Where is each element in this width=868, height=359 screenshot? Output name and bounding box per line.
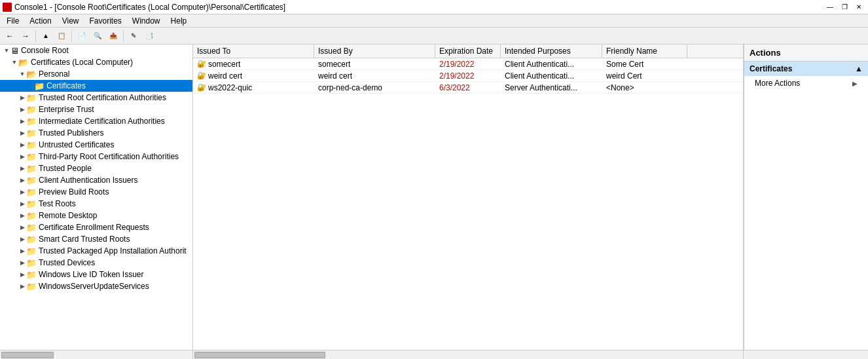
menu-file[interactable]: File (1, 15, 24, 27)
wsus-icon: 📁 (26, 282, 37, 292)
tree-label-trusted-publishers: Trusted Publishers (39, 128, 104, 138)
client-auth-icon: 📁 (26, 176, 37, 185)
scroll-middle[interactable] (193, 350, 744, 359)
tree-label-test-roots: Test Roots (39, 199, 76, 208)
tree-label-enterprise-trust: Enterprise Trust (39, 105, 94, 114)
scroll-thumb-middle[interactable] (194, 352, 325, 358)
tree-item-client-auth[interactable]: ▶ 📁 Client Authentication Issuers (0, 174, 192, 186)
restore-button[interactable]: ❐ (838, 2, 851, 12)
tree-label-trusted-root: Trusted Root Certification Authorities (39, 93, 166, 102)
cert-enrollment-icon: 📁 (26, 223, 37, 233)
menu-help[interactable]: Help (166, 15, 192, 27)
tree-label-console-root: Console Root (21, 46, 69, 55)
tree-label-third-party: Third-Party Root Certification Authoriti… (39, 152, 179, 161)
scroll-thumb-left[interactable] (1, 352, 54, 358)
trusted-packaged-icon: 📁 (26, 246, 37, 256)
menu-view[interactable]: View (57, 15, 84, 27)
toolbar-copy[interactable]: 📑 (142, 29, 156, 43)
scroll-left[interactable] (0, 350, 193, 359)
toolbar-show-hide[interactable]: 📋 (54, 29, 69, 43)
expand-cert-enrollment: ▶ (18, 224, 26, 231)
cert-icon-1: 🔐 (197, 71, 206, 80)
toolbar: ← → ▲ 📋 📄 🔍 📤 ✎ 📑 (0, 28, 868, 45)
toolbar-new[interactable]: 📄 (75, 29, 89, 43)
tree-item-console-root[interactable]: ▼ 🖥 Console Root (0, 45, 192, 56)
tree-label-local-computer: Certificates (Local Computer) (31, 58, 133, 67)
tree-item-windows-live[interactable]: ▶ 📁 Windows Live ID Token Issuer (0, 269, 192, 280)
toolbar-edit[interactable]: ✎ (126, 29, 141, 43)
tree-label-smart-card: Smart Card Trusted Roots (39, 235, 130, 244)
tree-label-preview-build: Preview Build Roots (39, 187, 109, 197)
local-computer-folder-icon: 📂 (18, 58, 29, 67)
tree-label-trusted-people: Trusted People (39, 164, 92, 173)
actions-section-label: Certificates (750, 64, 792, 73)
tree-label-wsus: WindowsServerUpdateServices (39, 282, 149, 291)
col-header-expiration[interactable]: Expiration Date (435, 45, 501, 58)
tree-item-remote-desktop[interactable]: ▶ 📁 Remote Desktop (0, 210, 192, 221)
trusted-people-icon: 📁 (26, 164, 37, 174)
list-row[interactable]: 🔐 somecert somecert 2/19/2022 Client Aut… (193, 58, 743, 70)
windows-live-icon: 📁 (26, 270, 37, 280)
col-header-issued-to[interactable]: Issued To (193, 45, 314, 58)
menu-favorites[interactable]: Favorites (84, 15, 127, 27)
tree-pane[interactable]: ▼ 🖥 Console Root ▼ 📂 Certificates (Local… (0, 45, 193, 350)
tree-item-smart-card[interactable]: ▶ 📁 Smart Card Trusted Roots (0, 233, 192, 245)
scroll-area (0, 350, 868, 359)
toolbar-forward[interactable]: → (18, 29, 33, 43)
tree-item-local-computer[interactable]: ▼ 📂 Certificates (Local Computer) (0, 56, 192, 68)
tree-item-trusted-packaged[interactable]: ▶ 📁 Trusted Packaged App Installation Au… (0, 245, 192, 257)
toolbar-back[interactable]: ← (3, 29, 17, 43)
expand-trusted-root: ▶ (18, 94, 26, 101)
cell-expiration-2: 6/3/2022 (435, 83, 501, 93)
expand-third-party: ▶ (18, 153, 26, 160)
tree-item-trusted-people[interactable]: ▶ 📁 Trusted People (0, 162, 192, 174)
toolbar-export[interactable]: 📤 (106, 29, 120, 43)
tree-item-intermediate[interactable]: ▶ 📁 Intermediate Certification Authoriti… (0, 115, 192, 127)
cell-issued-by-1: weird cert (314, 71, 435, 81)
title-bar-controls: — ❐ ✕ (823, 2, 865, 12)
list-header: Issued To Issued By Expiration Date Inte… (193, 45, 743, 58)
col-header-friendly[interactable]: Friendly Name (602, 45, 687, 58)
list-pane[interactable]: Issued To Issued By Expiration Date Inte… (193, 45, 744, 350)
expand-local-computer: ▼ (10, 59, 18, 66)
minimize-button[interactable]: — (823, 2, 837, 12)
remote-desktop-icon: 📁 (26, 211, 37, 221)
menu-action[interactable]: Action (24, 15, 56, 27)
tree-item-wsus[interactable]: ▶ 📁 WindowsServerUpdateServices (0, 280, 192, 292)
toolbar-up[interactable]: ▲ (39, 29, 53, 43)
console-root-icon: 🖥 (10, 46, 19, 56)
tree-item-certificates[interactable]: 📁 Certificates (0, 80, 192, 92)
expand-windows-live: ▶ (18, 271, 26, 278)
tree-item-trusted-root[interactable]: ▶ 📁 Trusted Root Certification Authoriti… (0, 92, 192, 104)
cell-issued-to-1: 🔐 weird cert (193, 71, 314, 81)
actions-section-certificates[interactable]: Certificates ▲ (744, 62, 868, 76)
tree-label-certificates: Certificates (46, 81, 86, 90)
tree-label-trusted-devices: Trusted Devices (39, 258, 95, 267)
actions-header: Actions (744, 45, 868, 62)
tree-item-test-roots[interactable]: ▶ 📁 Test Roots (0, 198, 192, 210)
col-header-issued-by[interactable]: Issued By (314, 45, 435, 58)
tree-item-enterprise-trust[interactable]: ▶ 📁 Enterprise Trust (0, 104, 192, 115)
toolbar-properties[interactable]: 🔍 (90, 29, 105, 43)
tree-item-untrusted[interactable]: ▶ 📁 Untrusted Certificates (0, 139, 192, 151)
list-row[interactable]: 🔐 weird cert weird cert 2/19/2022 Client… (193, 70, 743, 82)
tree-item-cert-enrollment[interactable]: ▶ 📁 Certificate Enrollment Requests (0, 221, 192, 233)
trusted-devices-icon: 📁 (26, 258, 37, 268)
tree-item-third-party[interactable]: ▶ 📁 Third-Party Root Certification Autho… (0, 151, 192, 162)
menu-window[interactable]: Window (127, 15, 166, 27)
expand-untrusted: ▶ (18, 142, 26, 148)
close-button[interactable]: ✕ (852, 2, 865, 12)
tree-item-personal[interactable]: ▼ 📂 Personal (0, 68, 192, 80)
expand-personal: ▼ (18, 71, 26, 77)
col-header-purposes[interactable]: Intended Purposes (501, 45, 602, 58)
content-area: ▼ 🖥 Console Root ▼ 📂 Certificates (Local… (0, 45, 868, 350)
tree-label-personal: Personal (39, 69, 69, 79)
actions-item-more[interactable]: More Actions ▶ (744, 76, 868, 90)
tree-label-untrusted: Untrusted Certificates (39, 140, 114, 149)
tree-item-trusted-publishers[interactable]: ▶ 📁 Trusted Publishers (0, 127, 192, 139)
list-row[interactable]: 🔐 ws2022-quic corp-ned-ca-demo 6/3/2022 … (193, 82, 743, 94)
cell-purposes-2: Server Authenticati... (501, 83, 602, 93)
tree-item-preview-build[interactable]: ▶ 📁 Preview Build Roots (0, 186, 192, 198)
tree-label-cert-enrollment: Certificate Enrollment Requests (39, 223, 149, 232)
tree-item-trusted-devices[interactable]: ▶ 📁 Trusted Devices (0, 257, 192, 269)
